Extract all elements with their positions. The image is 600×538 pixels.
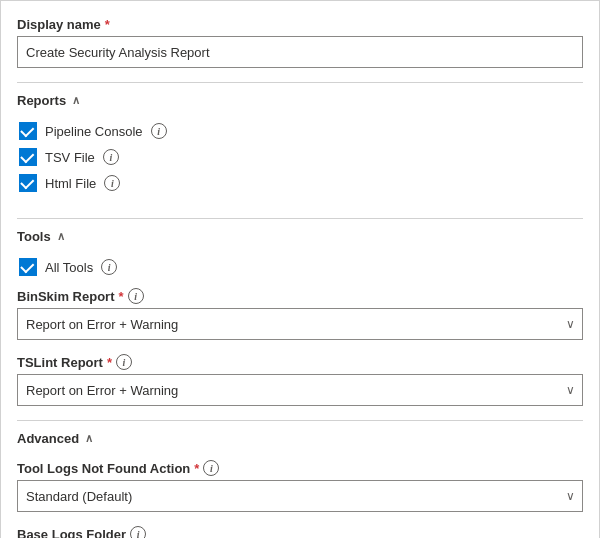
tool-logs-field-group: Tool Logs Not Found Action * i Standard … bbox=[17, 460, 583, 512]
tool-logs-select[interactable]: Standard (Default) Warning Error bbox=[17, 480, 583, 512]
base-logs-label: Base Logs Folder i bbox=[17, 526, 583, 538]
binskim-required-star: * bbox=[119, 289, 124, 304]
all-tools-row: All Tools i bbox=[17, 258, 583, 276]
advanced-section-label: Advanced bbox=[17, 431, 79, 446]
tslint-field-group: TSLint Report * i Report on Error + Warn… bbox=[17, 354, 583, 406]
reports-section-header[interactable]: Reports ∧ bbox=[17, 82, 583, 116]
html-file-row: Html File i bbox=[17, 174, 583, 192]
pipeline-console-checkbox-wrapper[interactable] bbox=[19, 122, 37, 140]
all-tools-checkbox-wrapper[interactable] bbox=[19, 258, 37, 276]
required-star: * bbox=[105, 17, 110, 32]
display-name-group: Display name * bbox=[17, 17, 583, 68]
advanced-content: Tool Logs Not Found Action * i Standard … bbox=[17, 454, 583, 538]
display-name-label: Display name * bbox=[17, 17, 583, 32]
reports-checkboxes: Pipeline Console i TSV File i Html File … bbox=[17, 116, 583, 204]
tslint-select-wrapper: Report on Error + Warning Report on Erro… bbox=[17, 374, 583, 406]
advanced-section-header[interactable]: Advanced ∧ bbox=[17, 420, 583, 454]
tools-chevron-icon: ∧ bbox=[57, 230, 65, 243]
tool-logs-required-star: * bbox=[194, 461, 199, 476]
pipeline-console-info-icon[interactable]: i bbox=[151, 123, 167, 139]
tool-logs-select-wrapper: Standard (Default) Warning Error ∨ bbox=[17, 480, 583, 512]
tsv-file-row: TSV File i bbox=[17, 148, 583, 166]
form-container: Display name * Reports ∧ Pipeline Consol… bbox=[0, 0, 600, 538]
binskim-label: BinSkim Report * i bbox=[17, 288, 583, 304]
tools-section-header[interactable]: Tools ∧ bbox=[17, 218, 583, 252]
tslint-select[interactable]: Report on Error + Warning Report on Erro… bbox=[17, 374, 583, 406]
pipeline-console-label: Pipeline Console bbox=[45, 124, 143, 139]
base-logs-info-icon[interactable]: i bbox=[130, 526, 146, 538]
tools-section-label: Tools bbox=[17, 229, 51, 244]
binskim-info-icon[interactable]: i bbox=[128, 288, 144, 304]
tsv-file-checkbox-wrapper[interactable] bbox=[19, 148, 37, 166]
tool-logs-info-icon[interactable]: i bbox=[203, 460, 219, 476]
reports-chevron-icon: ∧ bbox=[72, 94, 80, 107]
html-file-info-icon[interactable]: i bbox=[104, 175, 120, 191]
binskim-select[interactable]: Report on Error + Warning Report on Erro… bbox=[17, 308, 583, 340]
tsv-file-label: TSV File bbox=[45, 150, 95, 165]
all-tools-label: All Tools bbox=[45, 260, 93, 275]
tslint-info-icon[interactable]: i bbox=[116, 354, 132, 370]
display-name-input[interactable] bbox=[17, 36, 583, 68]
tools-content: All Tools i BinSkim Report * i Report on… bbox=[17, 252, 583, 406]
tool-logs-label: Tool Logs Not Found Action * i bbox=[17, 460, 583, 476]
binskim-select-wrapper: Report on Error + Warning Report on Erro… bbox=[17, 308, 583, 340]
reports-section-label: Reports bbox=[17, 93, 66, 108]
pipeline-console-row: Pipeline Console i bbox=[17, 122, 583, 140]
html-file-label: Html File bbox=[45, 176, 96, 191]
tslint-required-star: * bbox=[107, 355, 112, 370]
binskim-field-group: BinSkim Report * i Report on Error + War… bbox=[17, 288, 583, 340]
all-tools-info-icon[interactable]: i bbox=[101, 259, 117, 275]
tsv-file-info-icon[interactable]: i bbox=[103, 149, 119, 165]
tslint-label: TSLint Report * i bbox=[17, 354, 583, 370]
html-file-checkbox-wrapper[interactable] bbox=[19, 174, 37, 192]
base-logs-field-group: Base Logs Folder i bbox=[17, 526, 583, 538]
advanced-chevron-icon: ∧ bbox=[85, 432, 93, 445]
